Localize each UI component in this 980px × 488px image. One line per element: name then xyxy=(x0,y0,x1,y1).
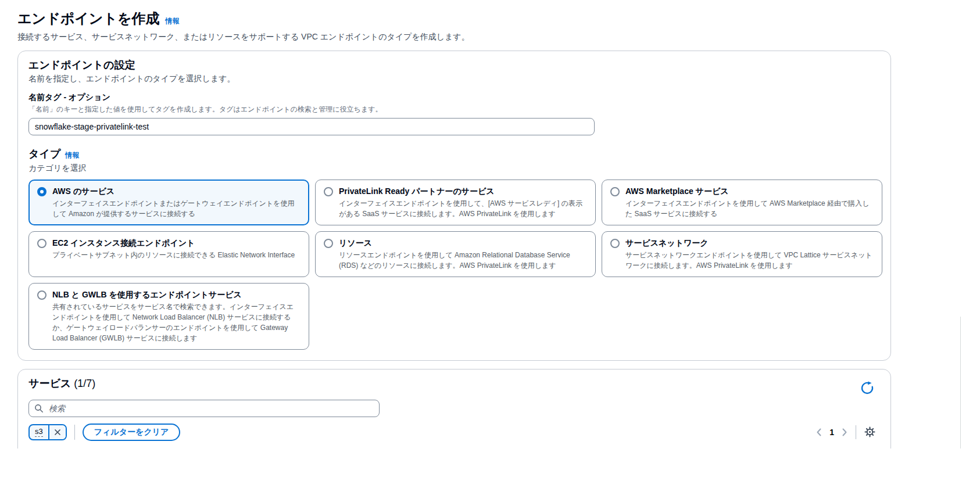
table-header-row: サービス名 所有者 タイプ xyxy=(28,446,881,448)
page-header: エンドポイントを作成 情報 xyxy=(17,9,891,28)
type-option-text: NLB と GWLB を使用するエンドポイントサービス 共有されているサービスを… xyxy=(52,289,301,343)
page-number-button[interactable]: 1 xyxy=(827,428,836,437)
chevron-right-icon xyxy=(842,428,847,436)
type-option-text: AWS Marketplace サービス インターフェイスエンドポイントを使用し… xyxy=(625,186,874,219)
pagination-separator xyxy=(856,425,856,439)
type-option-text: リソース リソースエンドポイントを使用して Amazon Relational … xyxy=(339,238,587,271)
type-title: タイプ xyxy=(28,147,60,161)
settings-panel-title: エンドポイントの設定 xyxy=(28,58,880,72)
page-subtitle: 接続するサービス、サービスネットワーク、またはリソースをサポートする VPC エ… xyxy=(17,32,891,42)
circular-arrow-icon xyxy=(860,381,874,395)
settings-panel-subtitle: 名前を指定し、エンドポイントのタイプを選択します。 xyxy=(28,74,880,84)
type-header: タイプ 情報 xyxy=(28,147,880,161)
services-panel-title: サービス (1/7) xyxy=(28,376,95,390)
filter-tokens: s3 フィルターをクリア xyxy=(28,424,180,441)
page-viewport: エンドポイントを作成 情報 接続するサービス、サービスネットワーク、またはリソー… xyxy=(0,0,980,448)
remove-filter-button[interactable] xyxy=(48,425,66,439)
filter-token-label[interactable]: s3 xyxy=(30,425,48,439)
type-option-title: EC2 インスタンス接続エンドポイント xyxy=(52,238,295,249)
chevron-left-icon xyxy=(816,428,822,436)
radio-unchecked-icon xyxy=(324,239,333,248)
page-content: エンドポイントを作成 情報 接続するサービス、サービスネットワーク、またはリソー… xyxy=(0,0,891,448)
filter-token-text: s3 xyxy=(35,427,43,437)
page-title: エンドポイントを作成 xyxy=(17,9,160,28)
type-option-description: インターフェイスエンドポイントまたはゲートウェイエンドポイントを使用して Ama… xyxy=(52,198,301,219)
type-option-title: NLB と GWLB を使用するエンドポイントサービス xyxy=(52,289,301,300)
token-separator xyxy=(74,425,75,440)
type-option-description: プライベートサブネット内のリソースに接続できる Elastic Network … xyxy=(52,250,295,260)
clear-filters-button[interactable]: フィルターをクリア xyxy=(83,424,181,441)
name-tag-label: 名前タグ - オプション xyxy=(28,92,880,103)
previous-page-button[interactable] xyxy=(816,428,822,436)
filter-row: s3 フィルターをクリア xyxy=(28,424,880,441)
name-tag-input[interactable] xyxy=(28,118,595,135)
service-search-box xyxy=(28,400,380,417)
x-icon xyxy=(54,429,61,436)
services-count: (1/7) xyxy=(74,378,95,389)
type-option-description: サービスネットワークエンドポイントを使用して VPC Lattice サービスネ… xyxy=(625,250,874,271)
type-option-nlb-gwlb[interactable]: NLB と GWLB を使用するエンドポイントサービス 共有されているサービスを… xyxy=(28,283,309,350)
type-option-resources[interactable]: リソース リソースエンドポイントを使用して Amazon Relational … xyxy=(315,231,596,277)
type-subtitle: カテゴリを選択 xyxy=(28,163,880,174)
type-option-text: EC2 インスタンス接続エンドポイント プライベートサブネット内のリソースに接続… xyxy=(52,238,295,260)
type-option-aws-marketplace[interactable]: AWS Marketplace サービス インターフェイスエンドポイントを使用し… xyxy=(602,180,882,225)
table-settings-button[interactable] xyxy=(864,426,875,437)
type-option-description: インターフェイスエンドポイントを使用して、[AWS サービスレディ] の表示があ… xyxy=(339,198,587,219)
type-option-description: インターフェイスエンドポイントを使用して AWS Marketplace 経由で… xyxy=(625,198,874,219)
radio-unchecked-icon xyxy=(37,290,47,300)
services-panel: サービス (1/7) xyxy=(17,369,891,448)
type-option-ec2-instance-connect[interactable]: EC2 インスタンス接続エンドポイント プライベートサブネット内のリソースに接続… xyxy=(28,231,309,277)
next-page-button[interactable] xyxy=(842,428,847,436)
type-option-title: PrivateLink Ready パートナーのサービス xyxy=(339,186,587,197)
type-option-description: 共有されているサービスをサービス名で検索できます。インターフェイスエンドポイント… xyxy=(52,302,301,343)
type-option-text: AWS のサービス インターフェイスエンドポイントまたはゲートウェイエンドポイン… xyxy=(52,186,301,219)
radio-unchecked-icon xyxy=(37,239,47,248)
refresh-button[interactable] xyxy=(860,381,874,395)
page-info-link[interactable]: 情報 xyxy=(166,16,180,26)
services-table: サービス名 所有者 タイプ xyxy=(28,446,881,448)
type-option-text: サービスネットワーク サービスネットワークエンドポイントを使用して VPC La… xyxy=(625,238,874,271)
radio-unchecked-icon xyxy=(610,187,620,196)
filter-token-s3: s3 xyxy=(28,424,67,440)
pagination: 1 xyxy=(816,425,880,439)
radio-checked-icon xyxy=(37,187,47,196)
name-tag-description: 「名前」のキーと指定した値を使用してタグを作成します。タグはエンドポイントの検索… xyxy=(28,105,880,114)
services-panel-header: サービス (1/7) xyxy=(28,376,880,395)
services-title-text: サービス xyxy=(28,378,71,389)
type-option-privatelink-ready[interactable]: PrivateLink Ready パートナーのサービス インターフェイスエンド… xyxy=(315,180,596,225)
type-option-title: AWS Marketplace サービス xyxy=(625,186,874,197)
type-option-title: AWS のサービス xyxy=(52,186,301,197)
type-info-link[interactable]: 情報 xyxy=(65,150,79,160)
radio-unchecked-icon xyxy=(324,187,333,196)
type-option-aws-services[interactable]: AWS のサービス インターフェイスエンドポイントまたはゲートウェイエンドポイン… xyxy=(28,180,309,225)
type-option-service-network[interactable]: サービスネットワーク サービスネットワークエンドポイントを使用して VPC La… xyxy=(602,231,882,277)
type-option-title: リソース xyxy=(339,238,587,249)
type-option-description: リソースエンドポイントを使用して Amazon Relational Datab… xyxy=(339,250,587,271)
type-option-title: サービスネットワーク xyxy=(625,238,874,249)
vertical-divider xyxy=(960,317,961,448)
type-option-text: PrivateLink Ready パートナーのサービス インターフェイスエンド… xyxy=(339,186,587,219)
radio-unchecked-icon xyxy=(610,239,620,248)
type-options-grid: AWS のサービス インターフェイスエンドポイントまたはゲートウェイエンドポイン… xyxy=(28,180,882,350)
endpoint-settings-panel: エンドポイントの設定 名前を指定し、エンドポイントのタイプを選択します。 名前タ… xyxy=(17,51,891,361)
magnifier-icon xyxy=(34,404,44,413)
service-search-input[interactable] xyxy=(48,403,374,414)
gear-icon xyxy=(864,426,875,437)
